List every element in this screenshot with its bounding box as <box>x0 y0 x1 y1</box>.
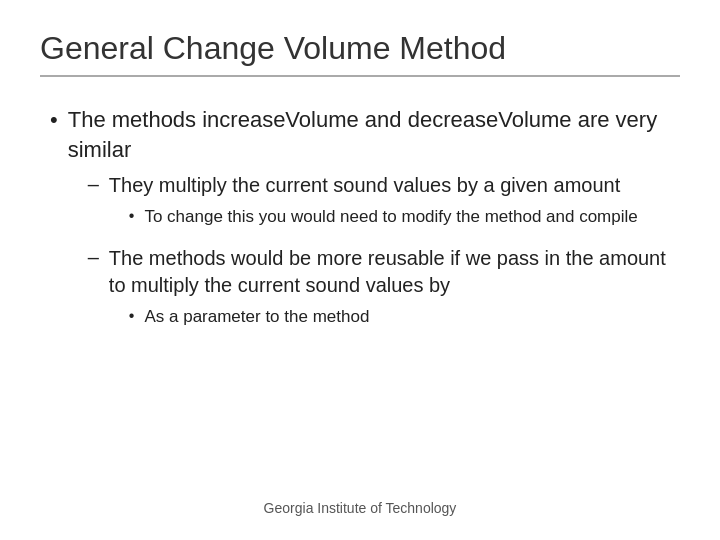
sub-sub-items-1: • To change this you would need to modif… <box>109 205 680 229</box>
dash-symbol-2: – <box>88 246 99 269</box>
dash-symbol-1: – <box>88 173 99 196</box>
dash-text-1: They multiply the current sound values b… <box>109 174 620 196</box>
sub-items-1: – They multiply the current sound values… <box>68 172 680 335</box>
sub-bullet-dot-2: • <box>129 307 135 325</box>
sub-bullet-1: • To change this you would need to modif… <box>129 205 680 229</box>
title-section: General Change Volume Method <box>40 30 680 77</box>
sub-bullet-dot-1: • <box>129 207 135 225</box>
dash-item-1: – They multiply the current sound values… <box>78 172 680 235</box>
bullet-item-1: • The methods increaseVolume and decreas… <box>40 105 680 345</box>
dash-item-2: – The methods would be more reusable if … <box>78 245 680 335</box>
main-content: • The methods increaseVolume and decreas… <box>40 95 680 490</box>
dash-text-2: The methods would be more reusable if we… <box>109 247 666 296</box>
footer: Georgia Institute of Technology <box>40 490 680 520</box>
sub-bullet-text-2: As a parameter to the method <box>144 305 369 329</box>
bullet-dot-1: • <box>50 107 58 133</box>
sub-sub-items-2: • As a parameter to the method <box>109 305 680 329</box>
page-title: General Change Volume Method <box>40 30 680 77</box>
footer-text: Georgia Institute of Technology <box>264 500 457 516</box>
sub-bullet-text-1: To change this you would need to modify … <box>144 205 637 229</box>
bullet-text-1: The methods increaseVolume and decreaseV… <box>68 107 657 162</box>
sub-bullet-2: • As a parameter to the method <box>129 305 680 329</box>
